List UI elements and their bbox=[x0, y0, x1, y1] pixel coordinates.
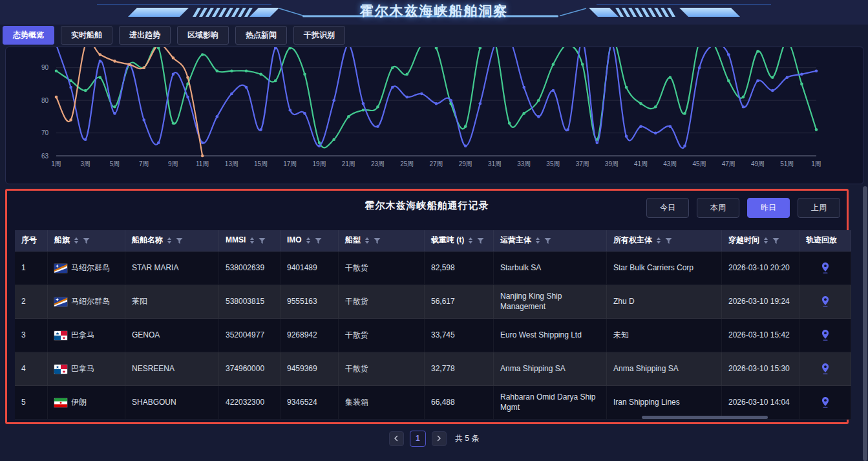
filter-funnel-icon[interactable] bbox=[176, 237, 183, 244]
svg-text:1周: 1周 bbox=[51, 160, 61, 167]
filter-funnel-icon[interactable] bbox=[544, 237, 551, 244]
cell-owner: Anma Shipping SA bbox=[607, 352, 722, 386]
column-header-name[interactable]: 船舶名称 bbox=[125, 230, 219, 252]
svg-text:3周: 3周 bbox=[80, 160, 90, 167]
flag-panama-icon bbox=[54, 331, 67, 340]
cell-owner: 未知 bbox=[607, 319, 722, 352]
sort-caret-icon[interactable] bbox=[657, 237, 661, 244]
filter-funnel-icon[interactable] bbox=[83, 237, 90, 244]
svg-text:13周: 13周 bbox=[225, 160, 238, 167]
cell-dwt: 32,778 bbox=[425, 352, 494, 386]
column-label: 载重吨 (t) bbox=[431, 235, 464, 246]
column-header-cross_time[interactable]: 穿越时间 bbox=[722, 230, 799, 252]
filter-icon[interactable] bbox=[772, 237, 779, 244]
table-row-3: 3 巴拿马GENOA3520049779268942干散货33,745Euro … bbox=[15, 319, 851, 352]
filter-icon[interactable] bbox=[176, 237, 183, 244]
sort-caret-icon[interactable] bbox=[764, 237, 768, 244]
track-playback-button[interactable] bbox=[821, 295, 830, 308]
prev-page-button[interactable] bbox=[389, 431, 404, 446]
cell-mmsi: 374960000 bbox=[219, 352, 281, 386]
filter-icon[interactable] bbox=[665, 237, 672, 244]
cell-track bbox=[799, 319, 851, 352]
column-label: 运营主体 bbox=[500, 235, 531, 246]
next-page-button[interactable] bbox=[432, 431, 447, 446]
track-playback-button[interactable] bbox=[821, 396, 830, 409]
track-playback-button[interactable] bbox=[821, 262, 830, 274]
tab-realtime-ships[interactable]: 实时船舶 bbox=[61, 26, 112, 45]
svg-text:39周: 39周 bbox=[605, 160, 619, 167]
tab-hot-news[interactable]: 热点新闻 bbox=[235, 26, 287, 45]
cell-mmsi: 538002639 bbox=[219, 252, 281, 285]
time-filter-this-week[interactable]: 本周 bbox=[697, 198, 739, 218]
svg-text:9周: 9周 bbox=[168, 160, 178, 167]
filter-funnel-icon[interactable] bbox=[772, 237, 779, 244]
flag-country-label: 巴拿马 bbox=[71, 330, 94, 341]
filter-icon[interactable] bbox=[544, 237, 551, 244]
cell-operator: Anma Shipping SA bbox=[494, 352, 607, 386]
cell-seq: 3 bbox=[15, 319, 48, 352]
column-label: 序号 bbox=[21, 235, 37, 246]
nav-tabs: 态势概览 实时船舶 进出趋势 区域影响 热点新闻 干扰识别 bbox=[3, 26, 345, 45]
flag-with-label: 马绍尔群岛 bbox=[54, 297, 110, 307]
tab-situation-overview[interactable]: 态势概览 bbox=[3, 26, 54, 45]
sort-caret-icon[interactable] bbox=[365, 237, 369, 244]
filter-icon[interactable] bbox=[83, 237, 90, 244]
filter-funnel-icon[interactable] bbox=[315, 237, 322, 244]
time-filter-last-week[interactable]: 上周 bbox=[798, 198, 840, 218]
cell-flag: 巴拿马 bbox=[48, 319, 125, 352]
cell-name: 莱阳 bbox=[125, 285, 219, 319]
column-header-ship_type[interactable]: 船型 bbox=[339, 230, 425, 252]
track-playback-pin-icon bbox=[821, 262, 830, 274]
flag-country-label: 巴拿马 bbox=[71, 364, 94, 374]
tab-interference-detect[interactable]: 干扰识别 bbox=[293, 26, 345, 45]
track-playback-button[interactable] bbox=[821, 329, 830, 341]
tab-inout-trend[interactable]: 进出趋势 bbox=[119, 26, 171, 45]
cell-dwt: 82,598 bbox=[425, 252, 494, 285]
filter-funnel-icon[interactable] bbox=[477, 237, 484, 244]
flag-with-label: 马绍尔群岛 bbox=[54, 263, 110, 273]
filter-icon[interactable] bbox=[374, 237, 381, 244]
cell-ship_type: 干散货 bbox=[339, 352, 425, 386]
tab-regional-impact[interactable]: 区域影响 bbox=[177, 26, 229, 45]
filter-icon[interactable] bbox=[259, 237, 266, 244]
column-header-operator[interactable]: 运营主体 bbox=[494, 230, 607, 252]
svg-text:31周: 31周 bbox=[488, 160, 502, 167]
column-header-dwt[interactable]: 载重吨 (t) bbox=[425, 230, 494, 252]
cell-dwt: 56,617 bbox=[425, 285, 494, 319]
cell-ship_type: 干散货 bbox=[339, 285, 425, 319]
filter-icon[interactable] bbox=[477, 237, 484, 244]
track-playback-button[interactable] bbox=[821, 363, 830, 375]
sort-caret-icon[interactable] bbox=[536, 237, 540, 244]
flag-with-label: 巴拿马 bbox=[54, 330, 94, 341]
column-header-flag[interactable]: 船旗 bbox=[48, 230, 125, 252]
cell-operator: Euro West Shipping Ltd bbox=[494, 319, 607, 352]
cell-mmsi: 352004977 bbox=[219, 319, 281, 352]
cell-track bbox=[799, 352, 851, 386]
track-playback-pin-icon bbox=[821, 396, 830, 409]
filter-funnel-icon[interactable] bbox=[665, 237, 672, 244]
column-label: 船旗 bbox=[54, 235, 70, 246]
column-header-imo[interactable]: IMO bbox=[281, 230, 339, 252]
total-count-label: 共 5 条 bbox=[455, 433, 479, 444]
table-horizontal-scrollbar[interactable] bbox=[642, 416, 768, 419]
filter-icon[interactable] bbox=[315, 237, 322, 244]
cell-cross_time: 2026-03-10 20:20 bbox=[722, 252, 799, 285]
sort-caret-icon[interactable] bbox=[469, 237, 472, 244]
time-filter-yesterday[interactable]: 昨日 bbox=[747, 198, 790, 218]
page-vertical-scrollbar[interactable] bbox=[863, 186, 867, 461]
sort-caret-icon[interactable] bbox=[74, 237, 78, 244]
sort-caret-icon[interactable] bbox=[306, 237, 310, 244]
column-header-owner[interactable]: 所有权主体 bbox=[607, 230, 722, 252]
page-number-1[interactable]: 1 bbox=[410, 431, 426, 447]
flag-country-label: 马绍尔群岛 bbox=[71, 297, 110, 307]
cell-operator: Nanjing King Ship Management bbox=[494, 285, 607, 319]
filter-funnel-icon[interactable] bbox=[374, 237, 381, 244]
filter-funnel-icon[interactable] bbox=[259, 237, 266, 244]
cell-flag: 马绍尔群岛 bbox=[48, 285, 125, 319]
svg-text:19周: 19周 bbox=[313, 160, 326, 167]
column-label: 船型 bbox=[345, 235, 361, 246]
sort-caret-icon[interactable] bbox=[167, 237, 171, 244]
sort-caret-icon[interactable] bbox=[250, 237, 254, 244]
time-filter-today[interactable]: 今日 bbox=[646, 198, 689, 218]
column-header-mmsi[interactable]: MMSI bbox=[219, 230, 281, 252]
